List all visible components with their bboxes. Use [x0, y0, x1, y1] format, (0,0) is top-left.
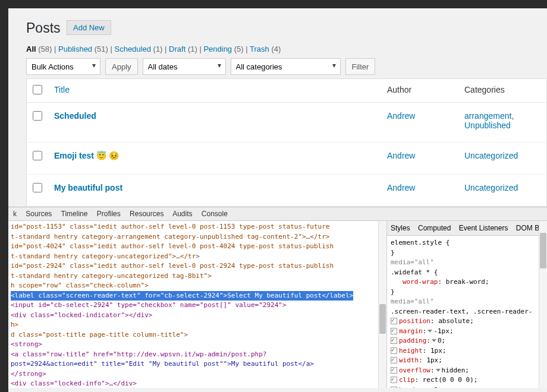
col-title-header[interactable]: Title [54, 85, 70, 94]
author-link[interactable]: Andrew [387, 111, 415, 121]
filter-published[interactable]: Published [58, 45, 92, 53]
devtools-tabs[interactable]: k Sources Timeline Profiles Resources Au… [8, 207, 547, 221]
filter-scheduled[interactable]: Scheduled [114, 45, 150, 53]
row-checkbox[interactable] [33, 183, 42, 192]
dom-tree[interactable]: id="post-1153" class="iedit author-self … [8, 221, 386, 388]
row-checkbox[interactable] [33, 111, 42, 121]
devtools-tab[interactable]: Timeline [61, 210, 88, 218]
filter-all-count: (58) [38, 45, 52, 53]
author-link[interactable]: Andrew [387, 151, 415, 160]
bulk-actions-select[interactable]: Bulk Actions [26, 58, 100, 75]
devtools-panel: k Sources Timeline Profiles Resources Au… [8, 207, 547, 388]
row-checkbox[interactable] [33, 151, 42, 160]
filter-pending[interactable]: Pending [203, 45, 232, 53]
category-link[interactable]: Uncategorized [464, 183, 518, 192]
devtools-tab[interactable]: Sources [26, 210, 52, 218]
devtools-tab[interactable]: Console [202, 210, 228, 218]
add-new-button[interactable]: Add New [67, 20, 111, 35]
styles-pane[interactable]: Styles Computed Event Listeners DOM Br e… [386, 221, 547, 388]
filter-button[interactable]: Filter [345, 58, 376, 75]
devtools-tab[interactable]: Profiles [97, 210, 121, 218]
post-title-link[interactable]: Scheduled [54, 111, 96, 121]
category-link[interactable]: arrangement, Unpublished [464, 111, 514, 130]
col-categories-header: Categories [458, 79, 547, 103]
devtools-tab[interactable]: Resources [130, 210, 164, 218]
category-filter-select[interactable]: All categories [231, 58, 341, 75]
col-author-header: Author [381, 79, 458, 103]
computed-tab[interactable]: Computed [418, 224, 451, 232]
listeners-tab[interactable]: Event Listeners [459, 224, 508, 232]
devtools-tab[interactable]: k [13, 210, 17, 218]
selected-dom-node[interactable]: <label class="screen-reader-text" for="c… [11, 291, 353, 301]
page-title: Posts [26, 20, 61, 36]
filter-all[interactable]: All [26, 45, 36, 53]
tablenav: Bulk Actions Apply All dates All categor… [26, 58, 547, 75]
devtools-tab[interactable]: Audits [172, 210, 192, 218]
category-link[interactable]: Uncategorized [464, 151, 518, 160]
styles-tab[interactable]: Styles [391, 224, 410, 232]
post-title-link[interactable]: Emoji test 😇 😣 [54, 151, 119, 160]
date-filter-select[interactable]: All dates [143, 58, 226, 75]
posts-table: Title Author Categories Scheduled Andrew… [26, 78, 547, 207]
apply-button[interactable]: Apply [105, 58, 138, 75]
filter-draft[interactable]: Draft [169, 45, 186, 53]
select-all-checkbox[interactable] [33, 85, 42, 94]
table-row: My beautiful post Andrew Uncategorized [27, 175, 547, 207]
dom-bp-tab[interactable]: DOM Br [516, 224, 542, 232]
post-title-link[interactable]: My beautiful post [54, 183, 122, 192]
table-row: Scheduled Andrew arrangement, Unpublishe… [27, 103, 547, 143]
filter-trash[interactable]: Trash [250, 45, 269, 53]
table-row: Emoji test 😇 😣 Andrew Uncategorized [27, 143, 547, 175]
author-link[interactable]: Andrew [387, 183, 415, 192]
status-filters: All (58) | Published (51) | Scheduled (1… [26, 45, 547, 53]
